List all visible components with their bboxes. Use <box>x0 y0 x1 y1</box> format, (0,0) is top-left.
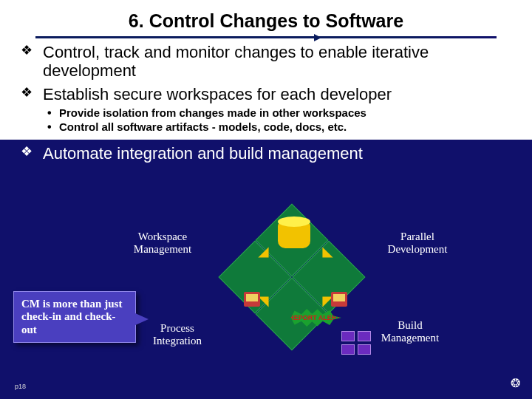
diagram-label-bottom-right: Build Management <box>369 319 451 344</box>
diagram-label-bottom-left: Process Integration <box>140 322 214 347</box>
bullet-item-dark: Automate integration and build managemen… <box>18 144 514 163</box>
diagram-label-top-right: Parallel Development <box>377 231 458 255</box>
diagram-label-top-left: Workspace Management <box>122 231 203 255</box>
component-icon <box>341 331 355 341</box>
bullet-item: Establish secure workspaces for each dev… <box>18 85 514 103</box>
callout-box: CM is more than just check-in and check-… <box>13 291 136 343</box>
sub-bullet-list: Provide isolation from changes made in o… <box>18 106 514 134</box>
bullet-list: Control, track and monitor changes to en… <box>18 43 514 103</box>
sub-bullet-item: Control all software artifacts - models,… <box>18 120 514 134</box>
rose-icon <box>331 292 347 307</box>
bullet-item: Control, track and monitor changes to en… <box>18 43 514 81</box>
gear-icon: ❂ <box>511 376 520 390</box>
page-number: p18 <box>15 383 26 390</box>
title-underline <box>35 36 497 38</box>
sub-bullet-item: Provide isolation from changes made in o… <box>18 106 514 120</box>
component-icon <box>358 344 371 355</box>
slide-title: 6. Control Changes to Software <box>18 0 514 36</box>
component-icon <box>341 344 355 355</box>
rose-icon <box>244 292 260 307</box>
database-icon <box>278 222 310 248</box>
